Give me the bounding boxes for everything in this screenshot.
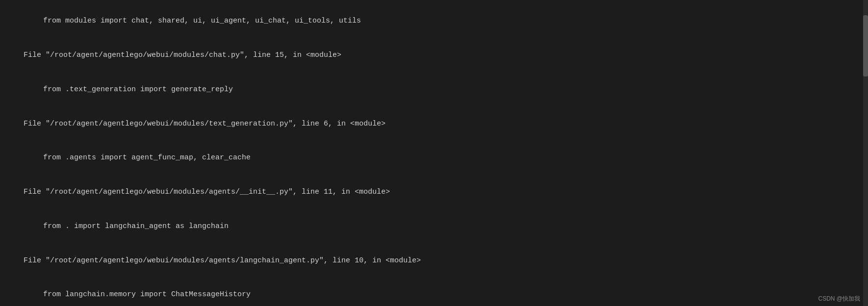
traceback-text-4: File "/root/agent/agentlego/webui/module…	[24, 120, 385, 128]
traceback-text-9: from langchain.memory import ChatMessage…	[43, 290, 251, 299]
terminal-window: from modules import chat, shared, ui, ui…	[0, 0, 868, 306]
traceback-line-5: from .agents import agent_func_map, clea…	[6, 141, 862, 175]
watermark-text: CSDN @快加我	[818, 295, 860, 302]
traceback-line-4: File "/root/agent/agentlego/webui/module…	[6, 106, 862, 141]
traceback-line-2: File "/root/agent/agentlego/webui/module…	[6, 38, 862, 73]
traceback-line-6: File "/root/agent/agentlego/webui/module…	[6, 175, 862, 209]
traceback-text-8: File "/root/agent/agentlego/webui/module…	[24, 256, 421, 265]
traceback-line-3: from .text_generation import generate_re…	[6, 73, 862, 107]
traceback-text-2: File "/root/agent/agentlego/webui/module…	[24, 51, 341, 59]
traceback-text-3: from .text_generation import generate_re…	[43, 85, 233, 94]
traceback-text-7: from . import langchain_agent as langcha…	[43, 222, 229, 230]
traceback-line-8: File "/root/agent/agentlego/webui/module…	[6, 243, 862, 278]
scrollbar[interactable]	[863, 0, 868, 306]
traceback-text-5: from .agents import agent_func_map, clea…	[43, 153, 251, 162]
traceback-line-7: from . import langchain_agent as langcha…	[6, 209, 862, 244]
watermark: CSDN @快加我	[818, 295, 860, 303]
traceback-line-9: from langchain.memory import ChatMessage…	[6, 278, 862, 306]
traceback-line-1: from modules import chat, shared, ui, ui…	[6, 4, 862, 38]
traceback-text-6: File "/root/agent/agentlego/webui/module…	[24, 188, 390, 196]
scrollbar-thumb[interactable]	[863, 15, 868, 76]
traceback-text-1: from modules import chat, shared, ui, ui…	[43, 17, 361, 25]
